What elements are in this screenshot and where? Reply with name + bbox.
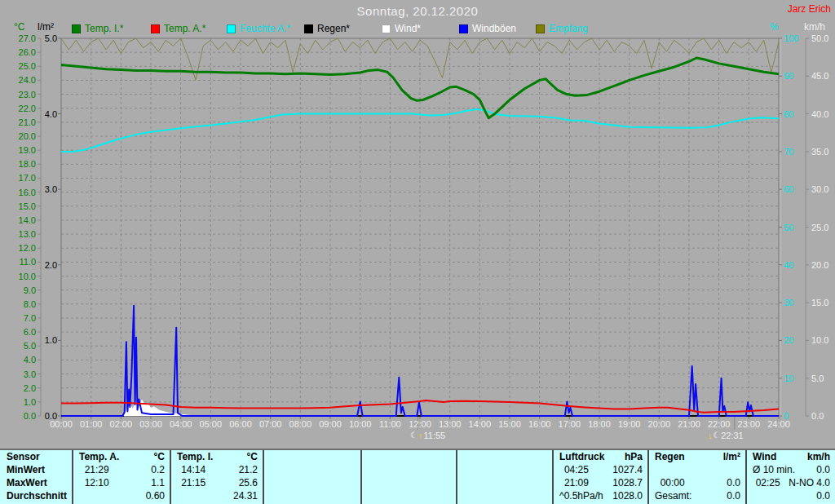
table-col-header: Wind [747,451,776,464]
tick-label: 25.0 [811,223,828,232]
moon-icon: ☾ [713,431,720,440]
series-line-feuchte_a [61,109,779,152]
table-cell-value [311,477,360,490]
table-col-header: Regen [649,451,685,464]
table-cell-value: 1.1 [120,477,170,490]
table-col-unit: l/m² [723,451,745,464]
table-cell-time: ^0.5hPa/h [554,490,603,503]
table-cell-value: 1028.0 [603,490,647,503]
table-row: 24.31 [171,490,263,503]
table-row [264,490,360,503]
tick-label: 9.0 [24,285,36,295]
tick-label: 18.0 [19,159,36,169]
tick-label: 10.0 [19,272,36,281]
x-axis-label: 17:00 [559,419,581,429]
table-col-header: Temp. A. [73,451,119,464]
x-axis-label: 06:00 [229,419,252,429]
tick-label: 4.0 [45,109,57,119]
tick-label: 5.0 [811,374,824,383]
x-axis-label: 15:00 [498,419,521,429]
table-cell-time: 12:10 [73,477,120,490]
table-row: 0.0 [747,490,835,503]
chart-plot-area[interactable]: 27.026.025.024.023.022.021.020.019.018.0… [0,0,835,449]
x-axis-label: 24:00 [767,419,790,429]
tick-label: 12.0 [19,243,36,253]
table-row [457,464,552,477]
table-cell-time [264,477,311,490]
x-axis-label: 02:00 [110,419,133,429]
x-axis-label: 12:00 [409,419,431,429]
table-row: 02:25N-NO 4.0 [747,477,835,490]
table-cell-time: 04:25 [554,464,599,477]
table-row: Gesamt:0.0 [649,490,745,503]
table-cell-time [747,490,789,503]
table-cell-time: 00:00 [649,477,696,490]
tick-label: 15.0 [19,201,36,211]
tick-label: 22.0 [19,104,36,113]
table-row: 21:091028.7 [554,477,647,490]
table-row [264,464,360,477]
table-row: 21:1525.6 [171,477,263,490]
tick-label: 25.0 [19,61,36,71]
table-col-rowlabels: SensorMinWertMaxWertDurchschnitt [0,450,72,504]
table-row-label: MaxWert [0,477,47,490]
tick-label: 27.0 [19,33,36,43]
tick-label: 2.0 [24,383,36,393]
tick-label: 3.0 [24,369,36,379]
tick-label: 19.0 [19,145,36,155]
table-cell-value: 21.2 [215,464,263,477]
tick-label: 16.0 [19,188,36,197]
table-cell-value [503,490,552,503]
table-row: 04:251027.4 [554,464,647,477]
tick-label: 6.0 [24,327,36,337]
tick-label: 10 [784,374,793,383]
tick-label: 35.0 [811,147,828,157]
tick-label: 50 [784,223,793,232]
tick-label: 20.0 [811,260,828,270]
table-row [264,477,360,490]
table-row [457,477,552,490]
table-cell-value [408,477,456,490]
x-axis-label: 08:00 [289,419,312,429]
table-cell-value [503,477,552,490]
x-axis-label: 18:00 [588,419,611,429]
x-axis-label: 19:00 [618,419,641,429]
tick-label: 4.0 [24,355,36,365]
table-col-empty [263,450,360,504]
table-cell-value: 0.0 [696,477,745,490]
x-axis-label: 20:00 [648,419,671,429]
table-cell-value [311,464,360,477]
table-col-header: Temp. I. [171,451,213,464]
moon-marker-time: 22:31 [721,431,744,440]
table-col-unit: °C [247,451,263,464]
table-cell-time: 21:29 [73,464,120,477]
table-cell-time [362,464,408,477]
tick-label: 45.0 [811,71,828,81]
table-cell-value: 0.60 [120,490,170,503]
table-row [362,477,456,490]
table-cell-value: 1028.7 [599,477,647,490]
tick-label: 40 [784,260,793,270]
tick-label: 0.0 [24,411,36,421]
tick-label: 23.0 [19,90,36,99]
table-cell-time [362,477,408,490]
tick-label: 20.0 [19,131,36,141]
table-cell-value [503,464,552,477]
tick-label: 80 [784,109,793,119]
table-col-header [264,451,270,464]
table-row: Ø 10 min.0.0 [747,464,835,477]
x-axis-label: 01:00 [80,419,103,429]
x-axis-label: 04:00 [170,419,192,429]
table-cell-value: 0.0 [789,490,835,503]
tick-label: 15.0 [811,298,828,307]
table-row: 12:101.1 [73,477,170,490]
series [61,38,779,416]
table-row: ^0.5hPa/h1028.0 [554,490,647,503]
x-axis-label: 03:00 [139,419,162,429]
tick-label: 11.0 [19,257,36,267]
tick-label: 20 [784,335,793,345]
x-axis-label: 07:00 [259,419,282,429]
table-col-unit: hPa [625,451,647,464]
table-row [362,490,456,503]
tick-label: 70 [784,147,793,157]
